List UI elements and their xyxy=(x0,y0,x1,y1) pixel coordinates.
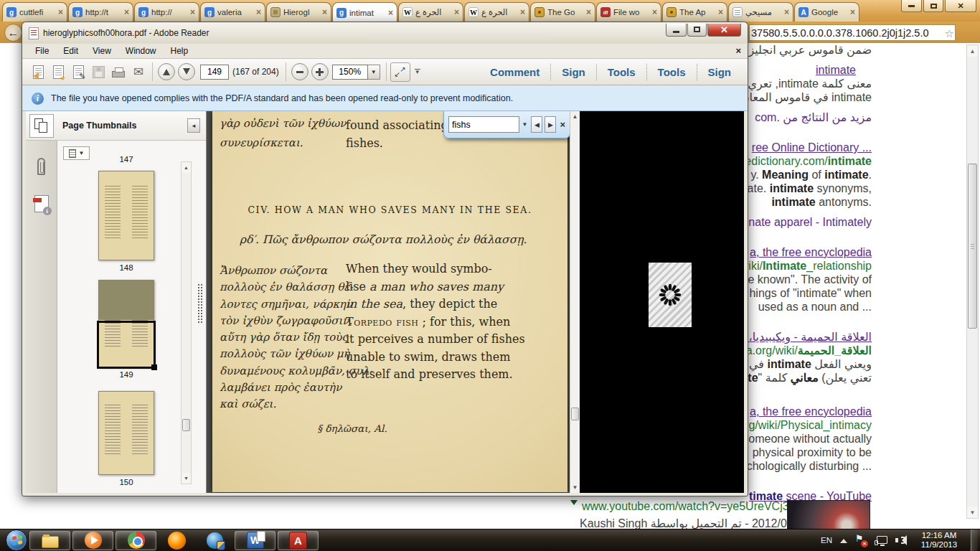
thumbnails-scrollbar[interactable]: ▲ ▼ xyxy=(181,161,192,484)
browser-tab[interactable]: intimat × xyxy=(332,2,397,22)
find-dropdown-icon[interactable]: ▼ xyxy=(522,121,527,128)
dropdown-triangle-icon[interactable] xyxy=(570,500,578,509)
scrollbar-thumb[interactable] xyxy=(182,419,190,431)
next-page-button[interactable] xyxy=(178,63,195,80)
tab-close-icon[interactable]: × xyxy=(850,9,855,16)
taskbar-firefox[interactable] xyxy=(159,531,194,550)
address-bar[interactable]: 37580.5.5.0.0.0.0.378.1060.2j0j1j2.5.0 xyxy=(749,24,956,41)
sign-document-icon[interactable] xyxy=(68,62,88,82)
clock[interactable]: 12:16 AM 11/9/2013 xyxy=(915,531,963,550)
browser-scrollbar[interactable]: ▲ ▼ xyxy=(966,44,979,519)
panel-resize-grip[interactable] xyxy=(198,284,202,323)
browser-maximize-button[interactable] xyxy=(923,0,943,12)
find-close-icon[interactable] xyxy=(560,119,565,130)
scrollbar-thumb[interactable] xyxy=(571,408,579,420)
create-pdf-icon[interactable] xyxy=(48,62,68,82)
volume-icon[interactable] xyxy=(895,534,908,546)
browser-tab[interactable]: Google × xyxy=(794,2,859,22)
menu-item[interactable]: Edit xyxy=(56,44,85,57)
page-thumbnail[interactable]: 149 xyxy=(98,280,154,379)
reader-minimize-button[interactable] xyxy=(666,24,687,37)
pane-button[interactable]: Sign xyxy=(697,64,743,80)
viewport-indicator[interactable] xyxy=(97,321,156,369)
show-desktop-button[interactable] xyxy=(971,529,978,551)
document-scrollbar[interactable]: ▲ ▼ xyxy=(570,111,580,493)
tab-close-icon[interactable]: × xyxy=(454,9,459,16)
menu-item[interactable]: Help xyxy=(164,44,196,57)
zoom-in-button[interactable] xyxy=(311,63,329,80)
scroll-down-icon[interactable]: ▼ xyxy=(570,482,580,493)
taskbar-adobe-reader[interactable] xyxy=(278,531,319,550)
back-button[interactable] xyxy=(4,24,22,42)
collapse-panel-icon[interactable] xyxy=(187,118,200,133)
browser-tab[interactable]: الحرة ع × xyxy=(398,2,463,22)
bookmark-star-icon[interactable] xyxy=(945,27,954,40)
language-indicator[interactable]: EN xyxy=(821,536,832,545)
show-hidden-icons-icon[interactable] xyxy=(840,535,847,543)
tab-close-icon[interactable]: × xyxy=(124,9,129,16)
page-number-input[interactable] xyxy=(200,65,229,80)
page-thumbnails-icon[interactable] xyxy=(29,114,54,138)
scroll-up-icon[interactable]: ▲ xyxy=(967,45,978,57)
tab-close-icon[interactable]: × xyxy=(58,9,63,16)
youtube-result-url[interactable]: www.youtube.com/watch?v=ye5UreVCj3A xyxy=(570,500,796,513)
title-bar[interactable]: hieroglyphicsofh00hora.pdf - Adobe Reade… xyxy=(22,22,748,44)
find-next-icon[interactable]: ▶ xyxy=(545,116,556,133)
browser-tab[interactable]: File wo × xyxy=(596,2,661,22)
open-file-icon[interactable] xyxy=(28,62,48,82)
browser-minimize-button[interactable] xyxy=(901,0,922,12)
menu-item[interactable]: View xyxy=(85,44,118,57)
email-icon[interactable] xyxy=(128,62,149,82)
tab-close-icon[interactable]: × xyxy=(586,9,591,16)
scroll-down-icon[interactable]: ▼ xyxy=(967,507,978,518)
pane-button[interactable]: Tools xyxy=(596,64,646,80)
browser-close-button[interactable]: ✕ xyxy=(945,0,976,12)
network-icon[interactable] xyxy=(875,534,887,546)
save-icon[interactable] xyxy=(88,62,108,82)
taskbar-microsoft-word[interactable] xyxy=(235,531,275,550)
pane-button[interactable]: Sign xyxy=(550,64,596,80)
fit-page-icon[interactable]: ↙↗ xyxy=(390,62,410,82)
taskbar-google-chrome[interactable] xyxy=(116,531,156,550)
tab-close-icon[interactable]: × xyxy=(190,9,195,16)
browser-tab[interactable]: مسيحي × xyxy=(728,2,793,22)
browser-tab[interactable]: http://t × xyxy=(68,2,133,22)
tab-close-icon[interactable]: × xyxy=(718,9,723,16)
page-thumbnail[interactable]: 148 xyxy=(98,171,154,272)
find-previous-icon[interactable]: ◀ xyxy=(531,116,542,133)
taskbar-windows-explorer[interactable] xyxy=(29,531,70,550)
zoom-out-button[interactable] xyxy=(291,63,308,80)
tab-close-icon[interactable]: × xyxy=(388,9,393,17)
find-input[interactable] xyxy=(448,116,519,133)
tab-close-icon[interactable]: × xyxy=(322,9,327,16)
menubar-close-icon[interactable] xyxy=(735,45,741,56)
browser-tab[interactable]: Hierogl × xyxy=(266,2,331,22)
browser-tab[interactable]: valeria × xyxy=(200,2,265,22)
scroll-up-icon[interactable]: ▲ xyxy=(182,162,191,173)
browser-tab[interactable]: الحرة ع × xyxy=(464,2,529,22)
browser-tab[interactable]: The Go × xyxy=(530,2,595,22)
menu-item[interactable]: File xyxy=(28,44,56,57)
reader-close-button[interactable]: ✕ xyxy=(707,24,741,37)
thumbnail-page[interactable] xyxy=(98,171,154,260)
pane-button[interactable]: Tools xyxy=(646,64,697,80)
tab-close-icon[interactable]: × xyxy=(784,9,789,16)
paperclip-attachments-icon[interactable] xyxy=(37,158,45,175)
browser-tab[interactable]: The Ap × xyxy=(662,2,727,22)
taskbar-drupal-app[interactable] xyxy=(197,531,232,550)
scroll-up-icon[interactable]: ▲ xyxy=(570,111,580,122)
page-thumbnail[interactable]: 150 xyxy=(98,391,154,486)
scrollbar-thumb[interactable] xyxy=(968,164,977,329)
document-info-icon[interactable] xyxy=(34,195,49,212)
toolbar-overflow-icon[interactable]: ▼ xyxy=(415,69,420,75)
tab-close-icon[interactable]: × xyxy=(652,9,657,16)
thumbnail-options-button[interactable]: ▼ xyxy=(63,146,90,160)
thumbnail-page[interactable] xyxy=(98,280,154,367)
tab-close-icon[interactable]: × xyxy=(520,9,525,16)
video-thumbnail[interactable] xyxy=(787,500,870,529)
menu-item[interactable]: Window xyxy=(118,44,164,57)
pane-button[interactable]: Comment xyxy=(479,64,550,80)
scroll-down-icon[interactable]: ▼ xyxy=(182,473,191,484)
zoom-level-value[interactable]: 150% xyxy=(332,65,368,80)
tab-close-icon[interactable]: × xyxy=(256,9,261,16)
